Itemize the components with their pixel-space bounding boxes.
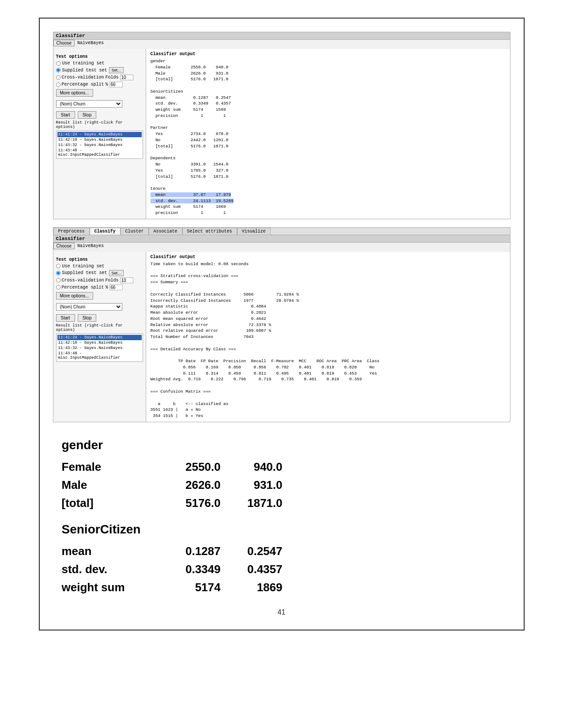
- panel2-result-list: 11:41:24 - bayes.NaiveBayes 11:42:10 - b…: [56, 334, 143, 362]
- panel2: Preprocess Classify Cluster Associate Se…: [53, 227, 510, 422]
- panel1-output-title: Classifier output: [151, 52, 506, 56]
- panel1-folds-label: Folds: [106, 75, 119, 80]
- panel2-cv-label: Cross-validation: [62, 278, 104, 283]
- tab-select-attributes[interactable]: Select attributes: [182, 228, 237, 235]
- large-section: gender Female 2550.0 940.0 Male 2626.0 9…: [53, 438, 510, 594]
- panel1-choose-btn[interactable]: Choose: [53, 40, 75, 46]
- panel1-folds-input[interactable]: [120, 75, 133, 80]
- panel1-use-training-row: Use training set: [56, 61, 143, 66]
- panel2-supplied-test-label: Supplied test set: [62, 270, 107, 275]
- large-row-female-label: Female: [62, 460, 159, 474]
- panel1-pct-row: Percentage split %: [56, 82, 143, 87]
- panel1-result-label: Result list (right-click for options): [56, 120, 143, 129]
- panel2-right: Classifier output Time taken to build mo…: [146, 252, 510, 422]
- panel2-pct-label: Percentage split: [62, 285, 104, 290]
- panel1-choose-label: NaiveBayes: [77, 41, 104, 45]
- panel2-choose-btn[interactable]: Choose: [53, 243, 75, 249]
- large-category2-title: SeniorCitizen: [62, 522, 502, 537]
- panel2-set-btn[interactable]: Set...: [109, 270, 124, 276]
- panel1-choose-bar: Choose NaiveBayes: [53, 40, 510, 46]
- tab-preprocess[interactable]: Preprocess: [53, 228, 90, 235]
- list-item[interactable]: 11:43:48 - misc.InputMappedClassifier: [57, 351, 142, 360]
- panel2-choose-label: NaiveBayes: [77, 244, 104, 248]
- panel2-folds-label: Folds: [106, 278, 119, 283]
- list-item[interactable]: 11:43:48 - misc.InputMappedClassifier: [57, 148, 142, 158]
- panel1-left: Test options Use training set Supplied t…: [53, 49, 146, 219]
- panel1-supplied-test-row: Supplied test set Set...: [56, 67, 143, 73]
- panel2-more-options-btn[interactable]: More options...: [56, 292, 93, 300]
- panel1-dropdown[interactable]: (Nom) Churn: [56, 100, 122, 108]
- panel2-body: Test options Use training set Supplied t…: [53, 252, 510, 422]
- panel1-start-btn[interactable]: Start: [56, 111, 75, 119]
- panel1-pct-radio[interactable]: [56, 83, 60, 87]
- panel1-more-options-btn[interactable]: More options...: [56, 89, 93, 97]
- tab-visualize[interactable]: Visualize: [237, 228, 271, 235]
- panel2-pct-input[interactable]: [110, 285, 123, 290]
- large-row-mean: mean 0.1287 0.2547: [62, 544, 502, 558]
- panel2-result-label: Result list (right-click for options): [56, 323, 143, 332]
- panel1-use-training-radio[interactable]: [56, 61, 60, 66]
- panel1-result-list: 11:41:24 - bayes.NaiveBayes 11:42:10 - b…: [56, 131, 143, 159]
- panel2-supplied-test-row: Supplied test set Set...: [56, 270, 143, 276]
- large-row-male-label: Male: [62, 478, 159, 492]
- tab-cluster[interactable]: Cluster: [121, 228, 149, 235]
- panel2-cv-row: Cross-validation Folds: [56, 278, 143, 283]
- tab-classify[interactable]: Classify: [90, 228, 121, 235]
- panel1-cv-label: Cross-validation: [62, 75, 104, 80]
- large-row-total-val1: 5176.0: [159, 496, 221, 510]
- panel1-cv-radio[interactable]: [56, 75, 60, 80]
- large-row-stddev-label: std. dev.: [62, 563, 159, 576]
- panel2-pct-radio[interactable]: [56, 285, 60, 289]
- list-item[interactable]: 11:42:10 - bayes.NaiveBayes: [57, 137, 142, 143]
- panel1-right: Classifier output gender Female 2550.0 9…: [146, 49, 510, 219]
- panel1-use-training-label: Use training set: [62, 61, 105, 66]
- panel2-choose-bar: Choose NaiveBayes: [53, 243, 510, 249]
- panel2-start-btn[interactable]: Start: [56, 314, 75, 322]
- panel2-use-training-row: Use training set: [56, 264, 143, 269]
- large-row-mean-val2: 0.2547: [221, 544, 283, 558]
- large-row-female-val2: 940.0: [221, 460, 283, 474]
- large-row-total-label: [total]: [62, 496, 159, 510]
- panel2-use-training-label: Use training set: [62, 264, 105, 269]
- large-row-total: [total] 5176.0 1871.0: [62, 496, 502, 510]
- list-item[interactable]: 11:43:32 - bayes.NaiveBayes: [57, 345, 142, 351]
- panel2-cv-radio[interactable]: [56, 278, 60, 282]
- panel1-cv-row: Cross-validation Folds: [56, 75, 143, 80]
- panel1: Classifier Choose NaiveBayes Test option…: [53, 32, 510, 219]
- panel2-folds-input[interactable]: [120, 278, 133, 283]
- large-row-weightsum-val2: 1869: [221, 581, 283, 594]
- panel1-body: Test options Use training set Supplied t…: [53, 49, 510, 219]
- panel2-supplied-test-radio[interactable]: [56, 271, 60, 275]
- panel2-pct-row: Percentage split %: [56, 285, 143, 290]
- list-item[interactable]: 11:42:10 - bayes.NaiveBayes: [57, 340, 142, 345]
- panel2-output-title: Classifier output: [151, 255, 506, 259]
- panel1-set-btn[interactable]: Set...: [109, 67, 124, 73]
- panel1-pct-label: Percentage split: [62, 82, 104, 87]
- large-row-stddev-val2: 0.4357: [221, 563, 283, 576]
- panel1-start-stop: Start Stop: [56, 111, 143, 119]
- tenure-mean-row: mean 37.87 17.979 std. dev. 24.1113 19.5…: [151, 192, 234, 203]
- panel2-use-training-radio[interactable]: [56, 264, 60, 268]
- tab-associate[interactable]: Associate: [149, 228, 182, 235]
- panel2-dropdown[interactable]: (Nom) Churn: [56, 303, 122, 311]
- large-row-stddev: std. dev. 0.3349 0.4357: [62, 563, 502, 576]
- panel2-stop-btn[interactable]: Stop: [78, 314, 97, 322]
- panel1-output-text: gender Female 2550.0 940.0 Male 2626.0 9…: [151, 58, 506, 216]
- panel1-pct-input[interactable]: [110, 82, 123, 87]
- panel2-output-text: Time taken to build model: 0.08 seconds …: [151, 261, 506, 419]
- large-category1-title: gender: [62, 438, 502, 452]
- list-item[interactable]: 11:41:24 - bayes.NaiveBayes: [57, 335, 142, 340]
- panel1-supplied-test-radio[interactable]: [56, 68, 60, 72]
- list-item[interactable]: 11:43:32 - bayes.NaiveBayes: [57, 143, 142, 148]
- large-row-female: Female 2550.0 940.0: [62, 460, 502, 474]
- panel1-pct-sign: %: [106, 82, 108, 87]
- panel1-stop-btn[interactable]: Stop: [78, 111, 97, 119]
- large-row-weightsum-label: weight sum: [62, 581, 159, 594]
- page-number: 41: [53, 608, 510, 616]
- panel2-start-stop: Start Stop: [56, 314, 143, 322]
- panel2-left: Test options Use training set Supplied t…: [53, 252, 146, 422]
- list-item[interactable]: 11:41:24 - bayes.NaiveBayes: [57, 132, 142, 137]
- large-row-male: Male 2626.0 931.0: [62, 478, 502, 492]
- panel2-test-options-title: Test options: [56, 257, 143, 262]
- panel1-supplied-test-label: Supplied test set: [62, 68, 107, 73]
